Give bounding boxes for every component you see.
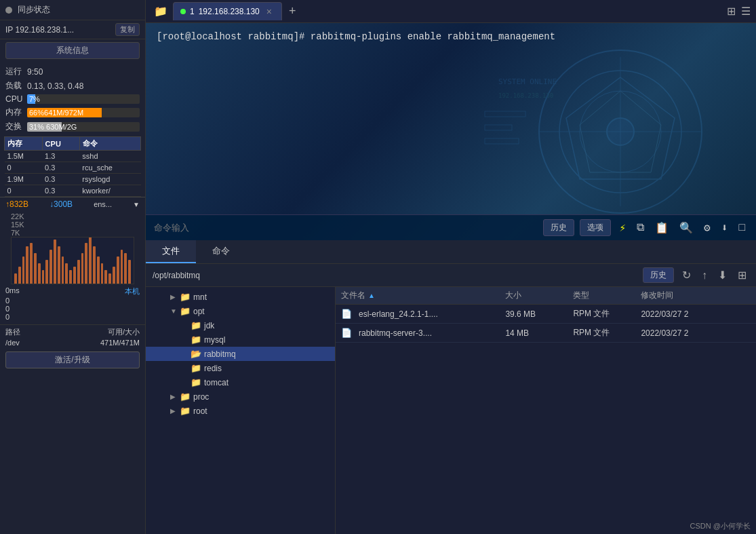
tree-label-opt: opt bbox=[193, 307, 205, 316]
watermark: CSDN @小何学长 bbox=[690, 521, 751, 531]
sys-info-button[interactable]: 系统信息 bbox=[5, 42, 140, 59]
table-row: 1.5M1.3sshd bbox=[5, 151, 141, 162]
settings-icon[interactable]: ⚙ bbox=[701, 220, 713, 236]
tab-number: 1 bbox=[190, 7, 195, 16]
col-size: 大小 bbox=[505, 290, 573, 301]
tree-item-jdk[interactable]: 📁 jdk bbox=[146, 318, 335, 332]
copy-icon[interactable]: ⧉ bbox=[634, 220, 647, 235]
folder-icon-root: 📁 bbox=[180, 406, 191, 416]
chart-bar bbox=[73, 267, 76, 284]
lat-val-3: 0 bbox=[5, 313, 9, 321]
tree-label-mnt: mnt bbox=[193, 292, 207, 302]
list-item[interactable]: 📄 rabbitmq-server-3.... 14 MB RPM 文件 202… bbox=[336, 324, 756, 343]
command-input[interactable] bbox=[154, 223, 538, 233]
proc-cpu: 1.3 bbox=[42, 151, 79, 162]
file-history-button[interactable]: 历史 bbox=[643, 267, 674, 283]
file-up-icon[interactable]: ↑ bbox=[699, 268, 710, 283]
chart-bar bbox=[34, 253, 37, 284]
file-action-icon[interactable]: ⊞ bbox=[735, 267, 749, 283]
terminal-command-line: [root@localhost rabbitmq]# rabbitmq-plug… bbox=[157, 31, 555, 42]
chart-bar bbox=[124, 253, 127, 284]
lat-row-1: 0 bbox=[5, 297, 140, 305]
tree-item-mysql[interactable]: 📁 mysql bbox=[146, 332, 335, 347]
lat-val-2: 0 bbox=[5, 305, 9, 313]
file-rows-container: 📄 esl-erlang_24.2.1-1.... 39.6 MB RPM 文件… bbox=[336, 305, 756, 343]
tree-item-root[interactable]: ▶ 📁 root bbox=[146, 404, 335, 418]
list-view-icon[interactable]: ☰ bbox=[738, 2, 753, 20]
proc-cmd: kworker/ bbox=[79, 185, 140, 197]
tree-item-rabbitmq[interactable]: 📂 rabbitmq bbox=[146, 347, 335, 361]
tree-item-proc[interactable]: ▶ 📁 proc bbox=[146, 389, 335, 404]
copy-ip-button[interactable]: 复制 bbox=[115, 23, 140, 36]
tree-arrow-root: ▶ bbox=[170, 407, 177, 415]
tree-item-redis[interactable]: 📁 redis bbox=[146, 361, 335, 375]
net-dropdown-icon[interactable]: ▼ bbox=[133, 201, 140, 208]
tree-item-tomcat[interactable]: 📁 tomcat bbox=[146, 375, 335, 389]
file-date-cell: 2022/03/27 2 bbox=[641, 328, 751, 338]
disk-value: 471M/471M bbox=[100, 339, 140, 347]
tab-status-dot bbox=[180, 9, 186, 14]
process-table: 内存 CPU 命令 1.5M1.3sshd00.3rcu_sche1.9M0.3… bbox=[4, 136, 141, 197]
file-refresh-icon[interactable]: ↻ bbox=[679, 267, 694, 283]
tree-label-tomcat: tomcat bbox=[204, 378, 228, 387]
history-button[interactable]: 历史 bbox=[543, 219, 574, 236]
file-manager: /opt/rabbitmq 历史 ↻ ↑ ⬇ ⊞ ▶ 📁 mnt ▼ 📁 bbox=[146, 264, 756, 534]
net-chart-wrapper: 22K 15K 7K bbox=[5, 212, 140, 284]
col-date: 修改时间 bbox=[641, 290, 751, 301]
network-header: ↑832B ↓300B ens... ▼ bbox=[0, 197, 145, 211]
tab-commands[interactable]: 命令 bbox=[196, 240, 246, 263]
col-filename: 文件名 ▲ bbox=[341, 290, 505, 301]
swap-bar-container: 31% 630M/2G bbox=[27, 122, 140, 132]
list-item[interactable]: 📄 esl-erlang_24.2.1-1.... 39.6 MB RPM 文件… bbox=[336, 305, 756, 324]
chart-bar bbox=[65, 263, 68, 284]
ip-row: IP 192.168.238.1... 复制 bbox=[0, 20, 145, 39]
tree-arrow-proc: ▶ bbox=[170, 393, 177, 400]
disk-section: 路径 可用/大小 /dev 471M/471M bbox=[0, 324, 145, 349]
chart-bar bbox=[121, 250, 123, 284]
chart-bar bbox=[117, 256, 119, 284]
chart-bar bbox=[14, 273, 17, 284]
file-content-area: ▶ 📁 mnt ▼ 📁 opt 📁 jdk bbox=[146, 287, 756, 534]
tab-add-button[interactable]: + bbox=[282, 1, 303, 21]
chart-bar bbox=[49, 250, 52, 284]
chart-bar bbox=[104, 270, 107, 284]
folder-icon-opt: 📁 bbox=[180, 306, 191, 316]
folder-icon-jdk: 📁 bbox=[191, 320, 201, 330]
latency-ms: 0ms bbox=[5, 286, 20, 297]
disk-path: /dev bbox=[5, 339, 20, 347]
lightning-icon[interactable]: ⚡ bbox=[616, 220, 629, 236]
proc-mem: 1.9M bbox=[5, 174, 43, 185]
upgrade-button[interactable]: 激活/升级 bbox=[5, 351, 140, 368]
proc-col-cpu: CPU bbox=[42, 137, 79, 151]
disk-path-label: 路径 bbox=[5, 327, 20, 337]
tree-item-opt[interactable]: ▼ 📁 opt bbox=[146, 304, 335, 318]
paste-icon[interactable]: 📋 bbox=[652, 220, 671, 236]
svg-rect-10 bbox=[485, 111, 525, 117]
search-icon[interactable]: 🔍 bbox=[677, 220, 696, 236]
terminal-content: [root@localhost rabbitmq]# rabbitmq-plug… bbox=[157, 31, 745, 42]
tab-title: 192.168.238.130 bbox=[199, 7, 260, 16]
chart-bar bbox=[69, 270, 72, 284]
fullscreen-icon[interactable]: □ bbox=[736, 221, 748, 235]
tab-files[interactable]: 文件 bbox=[146, 240, 196, 263]
lat-row-2: 0 bbox=[5, 305, 140, 313]
file-type-cell: RPM 文件 bbox=[573, 308, 641, 320]
grid-view-icon[interactable]: ⊞ bbox=[724, 2, 738, 20]
file-path-bar: /opt/rabbitmq 历史 ↻ ↑ ⬇ ⊞ bbox=[146, 264, 756, 287]
mem-bar-container: 66%641M/972M bbox=[27, 108, 140, 117]
chart-bar bbox=[81, 253, 84, 284]
proc-col-mem: 内存 bbox=[5, 137, 43, 151]
run-label: 运行 bbox=[5, 66, 24, 77]
main-tab[interactable]: 1 192.168.238.130 × bbox=[173, 2, 282, 20]
options-button[interactable]: 选项 bbox=[580, 219, 611, 236]
download-icon[interactable]: ⬇ bbox=[719, 220, 731, 236]
sort-icon[interactable]: ▲ bbox=[368, 292, 375, 299]
tab-close-button[interactable]: × bbox=[266, 6, 272, 17]
latency-header-row: 0ms 本机 bbox=[5, 286, 140, 297]
chart-bar bbox=[93, 246, 96, 284]
proc-cpu: 0.3 bbox=[42, 162, 79, 174]
tree-item-mnt[interactable]: ▶ 📁 mnt bbox=[146, 290, 335, 304]
cpu-label: CPU bbox=[5, 94, 24, 104]
folder-icon-button[interactable]: 📁 bbox=[148, 2, 173, 20]
file-download-icon[interactable]: ⬇ bbox=[715, 267, 730, 283]
